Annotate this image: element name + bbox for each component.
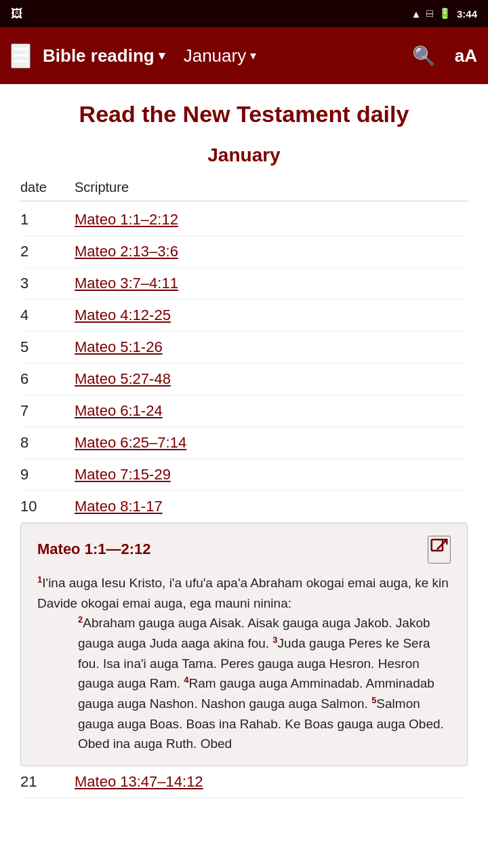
reading-row-3[interactable]: 3 Mateo 3:7–4:11 bbox=[20, 268, 468, 300]
scripture-link-10: Mateo 8:1-17 bbox=[75, 498, 163, 515]
popup-panel: Mateo 1:1—2:12 1I'ina auga Iesu Kristo, … bbox=[20, 523, 468, 767]
reading-row-1[interactable]: 1 Mateo 1:1–2:12 bbox=[20, 204, 468, 236]
date-num-10: 10 bbox=[20, 498, 75, 515]
scripture-link-3: Mateo 3:7–4:11 bbox=[75, 275, 178, 292]
table-header: date Scripture bbox=[20, 177, 468, 201]
verse4-num: 4 bbox=[184, 675, 188, 685]
battery-icon: 🔋 bbox=[439, 7, 451, 20]
scripture-link-5: Mateo 5:1-26 bbox=[75, 338, 163, 356]
date-num-1: 1 bbox=[20, 211, 75, 229]
scripture-link-6: Mateo 5:27-48 bbox=[75, 370, 171, 388]
date-num-3: 3 bbox=[20, 275, 75, 292]
popup-title: Mateo 1:1—2:12 bbox=[37, 540, 151, 558]
bible-reading-dropdown-arrow: ▾ bbox=[159, 48, 165, 63]
scripture-link-4: Mateo 4:12-25 bbox=[75, 307, 171, 324]
font-size-button[interactable]: aA bbox=[455, 45, 477, 66]
font-size-icon: aA bbox=[455, 45, 477, 66]
scripture-link-9: Mateo 7:15-29 bbox=[75, 466, 171, 484]
reading-row-2[interactable]: 2 Mateo 2:13–3:6 bbox=[20, 236, 468, 268]
search-button[interactable]: 🔍 bbox=[412, 45, 436, 67]
reading-row-4[interactable]: 4 Mateo 4:12-25 bbox=[20, 300, 468, 332]
bible-reading-dropdown-button[interactable]: Bible reading ▾ bbox=[43, 45, 165, 66]
reading-row-7[interactable]: 7 Mateo 6:1-24 bbox=[20, 395, 468, 427]
reading-row-6[interactable]: 6 Mateo 5:27-48 bbox=[20, 363, 468, 395]
reading-row-10[interactable]: 10 Mateo 8:1-17 bbox=[20, 491, 468, 523]
date-num-8: 8 bbox=[20, 434, 75, 452]
month-label: January bbox=[184, 45, 247, 66]
top-nav: ☰ Bible reading ▾ January ▾ 🔍 aA bbox=[0, 27, 488, 84]
popup-external-link-button[interactable] bbox=[428, 536, 451, 564]
scripture-link-7: Mateo 6:1-24 bbox=[75, 402, 163, 420]
hamburger-icon: ☰ bbox=[12, 45, 29, 66]
bible-reading-label: Bible reading bbox=[43, 45, 155, 66]
scripture-link-2: Mateo 2:13–3:6 bbox=[75, 243, 178, 260]
main-content: Read the New Testament daily January dat… bbox=[0, 84, 488, 798]
reading-row-5[interactable]: 5 Mateo 5:1-26 bbox=[20, 332, 468, 363]
gallery-icon: 🖼 bbox=[11, 7, 23, 21]
menu-button[interactable]: ☰ bbox=[11, 43, 30, 68]
month-heading: January bbox=[20, 144, 468, 166]
scripture-link-21: Mateo 13:47–14:12 bbox=[75, 773, 203, 791]
scripture-link-1: Mateo 1:1–2:12 bbox=[75, 211, 178, 229]
date-num-6: 6 bbox=[20, 370, 75, 388]
readings-list: 1 Mateo 1:1–2:12 2 Mateo 2:13–3:6 3 Mate… bbox=[20, 204, 468, 523]
col-date-header: date bbox=[20, 180, 75, 195]
date-num-5: 5 bbox=[20, 338, 75, 356]
reading-row-8[interactable]: 8 Mateo 6:25–7:14 bbox=[20, 427, 468, 459]
date-num-9: 9 bbox=[20, 466, 75, 484]
page-title: Read the New Testament daily bbox=[20, 100, 468, 128]
sim-blocked-icon: □ bbox=[426, 7, 433, 20]
reading-row-21[interactable]: 21 Mateo 13:47–14:12 bbox=[20, 766, 468, 798]
month-dropdown-arrow: ▾ bbox=[250, 48, 256, 63]
date-num-2: 2 bbox=[20, 243, 75, 260]
date-num-7: 7 bbox=[20, 402, 75, 420]
scripture-link-8: Mateo 6:25–7:14 bbox=[75, 434, 186, 452]
col-scripture-header: Scripture bbox=[75, 180, 129, 195]
month-dropdown-button[interactable]: January ▾ bbox=[184, 45, 257, 66]
verse1-text: I'ina auga Iesu Kristo, i'a ufu'a apa'a … bbox=[37, 576, 449, 610]
popup-text: 1I'ina auga Iesu Kristo, i'a ufu'a apa'a… bbox=[37, 573, 451, 754]
date-num-4: 4 bbox=[20, 307, 75, 324]
status-bar: 🖼 ▲ □ 🔋 3:44 bbox=[0, 0, 488, 27]
popup-header: Mateo 1:1—2:12 bbox=[37, 536, 451, 564]
wifi-icon: ▲ bbox=[411, 8, 421, 20]
verse3-num: 3 bbox=[272, 635, 277, 645]
status-right: ▲ □ 🔋 3:44 bbox=[411, 7, 477, 20]
date-num-21: 21 bbox=[20, 773, 75, 791]
status-left: 🖼 bbox=[11, 7, 23, 21]
reading-row-9[interactable]: 9 Mateo 7:15-29 bbox=[20, 459, 468, 491]
clock: 3:44 bbox=[457, 8, 477, 20]
search-icon: 🔍 bbox=[412, 45, 436, 66]
